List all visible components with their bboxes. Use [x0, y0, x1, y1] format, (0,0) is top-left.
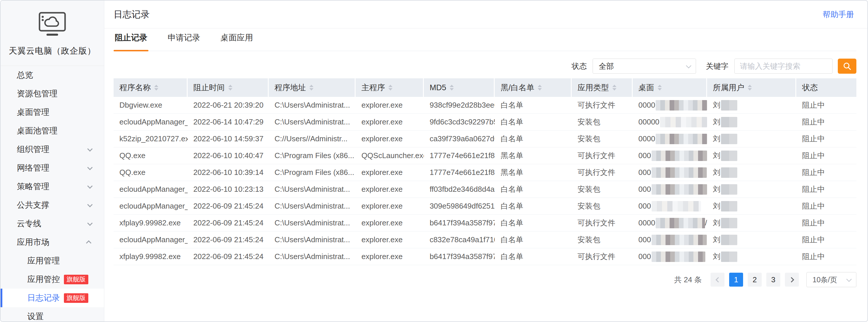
app-type-cell: 安装包	[572, 231, 633, 248]
owner-user-cell: 刘	[707, 131, 796, 147]
app-type-cell: 可执行文件	[572, 248, 633, 265]
sidebar-item-resource-package[interactable]: 资源包管理	[1, 84, 104, 103]
desktop-cell: 000	[633, 164, 707, 181]
table-row: xfplay9.99982.exe 2022-06-09 21:45:24 C:…	[114, 248, 857, 265]
col-header-program-name[interactable]: 程序名称	[114, 78, 188, 97]
sidebar-item-desktop-mgmt[interactable]: 桌面管理	[1, 103, 104, 121]
program-name-cell: Dbgview.exe	[114, 97, 188, 113]
chevron-down-icon	[87, 220, 92, 226]
md5-cell: ca39f739a6a0627d08...	[424, 131, 495, 147]
search-button[interactable]	[838, 59, 857, 74]
sidebar-item-label: 应用市场	[17, 237, 50, 248]
col-header-black-white-list[interactable]: 黑/白名单	[495, 78, 571, 97]
sidebar-item-settings[interactable]: 设置	[1, 307, 104, 322]
owner-user-cell: 刘	[707, 147, 796, 164]
status-select[interactable]: 全部	[593, 59, 696, 74]
desktop-cell: 00000	[633, 114, 707, 130]
program-path-cell: C:\Users\Administrat...	[269, 97, 355, 113]
parent-program-cell: explorer.exe	[355, 181, 424, 198]
total-count: 共 24 条	[674, 275, 702, 285]
flagship-badge: 旗舰版	[64, 293, 88, 303]
status-select-value: 全部	[599, 61, 614, 71]
col-header-desktop[interactable]: 桌面	[633, 78, 707, 97]
sort-icon	[309, 85, 313, 91]
app-type-cell: 可执行文件	[572, 215, 633, 231]
col-header-parent-program[interactable]: 主程序	[355, 78, 424, 97]
block-time-cell: 2022-06-10 10:40:47	[188, 147, 269, 164]
page-size-select[interactable]: 10条/页	[806, 272, 857, 287]
md5-cell: ff03fbd2e346d8d4af...	[424, 181, 495, 198]
sidebar-item-label: 桌面池管理	[17, 125, 58, 136]
tab-apply-records[interactable]: 申请记录	[166, 32, 201, 51]
app-type-cell: 安装包	[572, 131, 633, 147]
sidebar-item-public-support[interactable]: 公共支撑	[1, 196, 104, 214]
desktop-cell: 0000	[633, 131, 707, 147]
app-type-cell: 可执行文件	[572, 97, 633, 113]
list-type-cell: 白名单	[495, 248, 571, 265]
col-header-app-type[interactable]: 应用类型	[572, 78, 633, 97]
sidebar-item-org-mgmt[interactable]: 组织管理	[1, 140, 104, 159]
program-path-cell: C:\Users\Administrat...	[269, 231, 355, 248]
table-row: k52zip_20210727.exe 2022-06-10 14:59:37 …	[114, 131, 857, 147]
owner-user-cell: 刘	[707, 114, 796, 130]
redacted-pixelation	[721, 251, 737, 262]
chevron-left-icon	[715, 277, 721, 282]
parent-program-cell: QQScLauncher.exe	[355, 147, 424, 164]
program-name-cell: ecloudAppManager_...	[114, 181, 188, 198]
app-title: 天翼云电脑（政企版）	[1, 45, 104, 57]
block-time-cell: 2022-06-10 10:23:13	[188, 181, 269, 198]
col-header-md5[interactable]: MD5	[424, 78, 495, 97]
page-button-1[interactable]: 1	[729, 273, 743, 287]
page-button-2[interactable]: 2	[748, 273, 762, 287]
redacted-pixelation	[721, 134, 737, 144]
sidebar-item-overview[interactable]: 总览	[1, 66, 104, 84]
help-manual-link[interactable]: 帮助手册	[823, 9, 854, 20]
prev-page-button[interactable]	[711, 273, 724, 287]
app-type-cell: 安装包	[572, 198, 633, 214]
list-type-cell: 白名单	[495, 215, 571, 231]
sort-icon	[538, 85, 542, 91]
program-name-cell: QQ.exe	[114, 164, 188, 181]
next-page-button[interactable]	[785, 273, 799, 287]
app-type-cell: 安装包	[572, 114, 633, 130]
sort-icon	[389, 85, 393, 91]
redacted-pixelation	[656, 100, 707, 110]
sidebar-item-log-records[interactable]: 日志记录旗舰版	[1, 289, 104, 307]
redacted-pixelation	[721, 235, 737, 245]
sidebar-item-app-control[interactable]: 应用管控旗舰版	[1, 270, 104, 289]
col-header-program-path[interactable]: 程序地址	[269, 78, 355, 97]
sidebar-menu: 总览 资源包管理 桌面管理 桌面池管理 组织管理 网络管理 策略管理 公共支撑 …	[1, 66, 104, 322]
table-header-row: 程序名称 阻止时间 程序地址 主程序 MD5 黑/白名单 应用类型 桌面 所属用…	[114, 78, 857, 97]
tab-desktop-apps[interactable]: 桌面应用	[219, 32, 254, 51]
col-header-owner-user[interactable]: 所属用户	[707, 78, 796, 97]
status-cell: 阻止中	[796, 248, 857, 265]
owner-user-cell: 刘	[707, 164, 796, 181]
sort-icon	[228, 85, 232, 91]
sort-icon	[450, 85, 454, 91]
sidebar-item-policy-mgmt[interactable]: 策略管理	[1, 177, 104, 196]
sidebar-item-app-market[interactable]: 应用市场	[1, 233, 104, 251]
sidebar-item-network-mgmt[interactable]: 网络管理	[1, 159, 104, 177]
page-button-3[interactable]: 3	[766, 273, 780, 287]
tab-block-records[interactable]: 阻止记录	[114, 32, 149, 51]
sidebar-item-desktop-pool[interactable]: 桌面池管理	[1, 121, 104, 140]
redacted-pixelation	[652, 251, 705, 262]
status-filter-label: 状态	[572, 61, 587, 71]
cloud-pc-logo-icon	[38, 10, 67, 37]
sidebar-item-app-mgmt[interactable]: 应用管理	[1, 251, 104, 270]
sidebar-item-label: 网络管理	[17, 163, 50, 174]
list-type-cell: 白名单	[495, 114, 571, 130]
col-header-block-time[interactable]: 阻止时间	[188, 78, 269, 97]
page-size-value: 10条/页	[812, 275, 837, 285]
col-header-status: 状态	[796, 78, 857, 97]
keyword-search-input[interactable]	[734, 59, 833, 74]
block-time-cell: 2022-06-21 20:39:20	[188, 97, 269, 113]
parent-program-cell: explorer.exe	[355, 198, 424, 214]
program-name-cell: k52zip_20210727.exe	[114, 131, 188, 147]
chevron-down-icon	[87, 183, 92, 188]
app-window: 天翼云电脑（政企版） 总览 资源包管理 桌面管理 桌面池管理 组织管理 网络管理…	[0, 0, 868, 322]
app-type-cell: 可执行文件	[572, 164, 633, 181]
sidebar-item-label: 公共支撑	[17, 200, 50, 211]
sidebar-item-cloud-line[interactable]: 云专线	[1, 214, 104, 233]
redacted-pixelation	[721, 218, 737, 228]
